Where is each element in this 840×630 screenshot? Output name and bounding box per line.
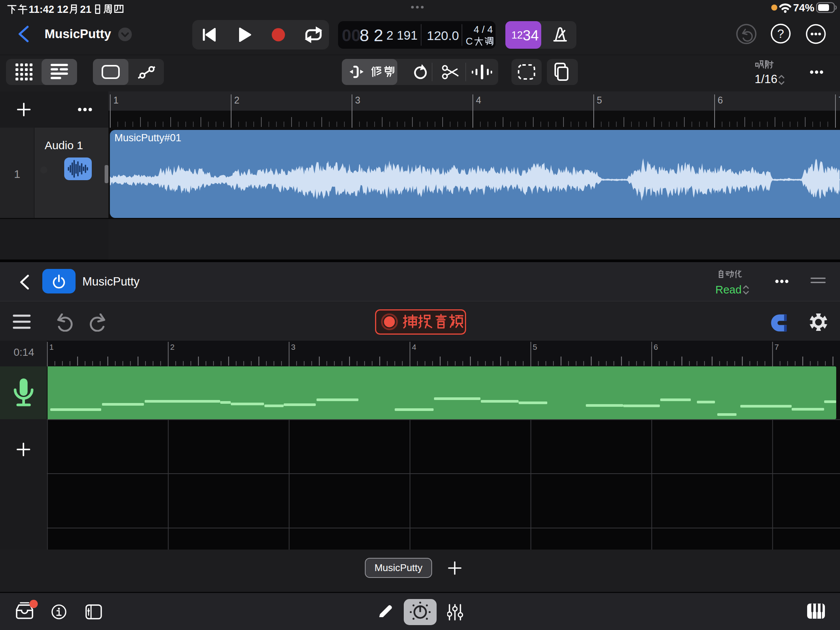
svg-text:74%: 74% [793, 2, 814, 14]
svg-text:34: 34 [523, 28, 538, 43]
svg-text:21: 21 [80, 4, 92, 15]
svg-text:7: 7 [775, 343, 779, 351]
svg-text:6: 6 [718, 95, 723, 105]
svg-text:3: 3 [291, 343, 296, 351]
svg-text:1: 1 [49, 343, 54, 351]
svg-text:12: 12 [512, 30, 523, 41]
svg-text:7: 7 [838, 95, 840, 105]
svg-text:C: C [466, 35, 473, 47]
svg-text:?: ? [777, 27, 784, 40]
svg-text:4 / 4: 4 / 4 [474, 24, 493, 35]
svg-text:2 191: 2 191 [386, 28, 418, 42]
svg-text:4: 4 [412, 343, 417, 351]
svg-text:5: 5 [597, 95, 602, 105]
svg-text:120.0: 120.0 [427, 28, 459, 43]
svg-text:6: 6 [654, 343, 658, 351]
svg-text:2: 2 [234, 95, 240, 105]
svg-text:8 2: 8 2 [360, 26, 384, 45]
svg-text:11:42: 11:42 [29, 4, 54, 15]
svg-text:1: 1 [113, 95, 118, 105]
svg-text:12: 12 [57, 4, 68, 15]
svg-text:3: 3 [355, 95, 360, 105]
svg-text:5: 5 [533, 343, 537, 351]
svg-text:4: 4 [476, 95, 481, 105]
svg-text:2: 2 [171, 343, 175, 351]
svg-text:00: 00 [342, 26, 361, 45]
